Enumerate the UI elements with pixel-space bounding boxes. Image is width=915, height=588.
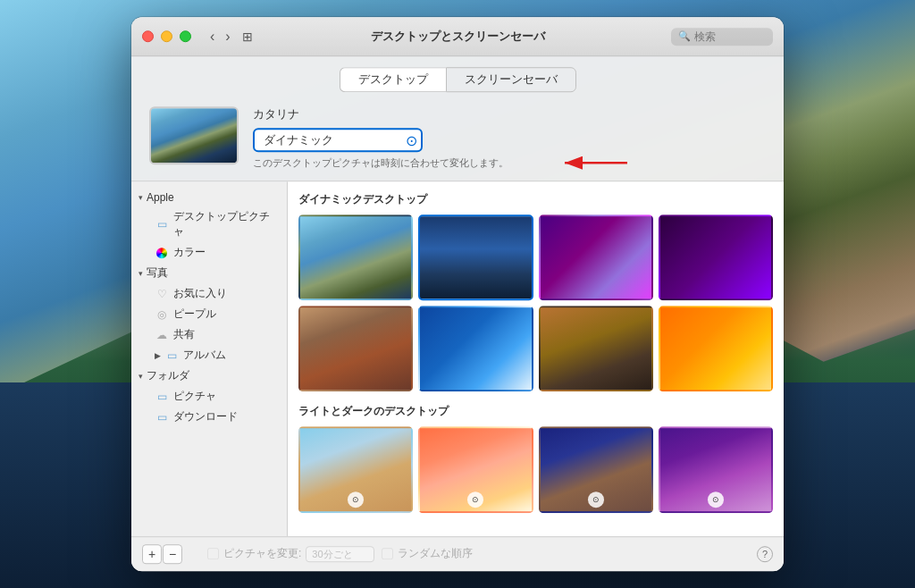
- preferences-window: ‹ › ⊞ デスクトップとスクリーンセーバ 🔍 デスクトップ スクリーンセーバ …: [131, 17, 784, 571]
- gallery-section-dynamic-title: ダイナミックデスクトップ: [298, 192, 773, 207]
- pictures-folder-icon: ▭: [155, 390, 169, 404]
- thumb-dark-dusk[interactable]: ⊙: [659, 427, 773, 513]
- light-dark-grid: ⊙ ⊙ ⊙ ⊙: [298, 427, 773, 513]
- sidebar-item-people-label: ピープル: [173, 307, 216, 322]
- tab-desktop[interactable]: デスクトップ: [340, 67, 446, 92]
- add-button[interactable]: +: [142, 544, 162, 564]
- folder-icon: ▭: [155, 217, 169, 231]
- close-button[interactable]: [142, 30, 154, 42]
- gallery-section-lightdark-title: ライトとダークのデスクトップ: [298, 405, 773, 420]
- thumb-light-beach[interactable]: ⊙: [298, 427, 413, 513]
- thumb-indicator-3: ⊙: [588, 491, 604, 508]
- traffic-lights: [142, 30, 191, 42]
- minimize-button[interactable]: [161, 30, 172, 42]
- heart-icon: ♡: [155, 287, 169, 301]
- sidebar-item-albums[interactable]: ▶ ▭ アルバム: [135, 345, 283, 365]
- sidebar-item-color-label: カラー: [173, 245, 206, 260]
- bottom-bar: + − ピクチャを変更: 30分ごと 1時間ごと 毎日 ランダムな順序: [131, 536, 784, 571]
- change-picture-option: ピクチャを変更: 30分ごと 1時間ごと 毎日: [207, 546, 374, 562]
- sidebar-item-downloads-label: ダウンロード: [173, 409, 238, 424]
- preview-area: カタリナ ダイナミック ライト（静止画） ダーク（静止画） ⊙ このデスクトップ…: [131, 99, 784, 181]
- color-wheel-icon: [155, 246, 169, 260]
- back-button[interactable]: ‹: [206, 27, 219, 46]
- thumb-dark-beach[interactable]: ⊙: [539, 427, 653, 513]
- search-input[interactable]: [694, 30, 766, 43]
- help-button[interactable]: ?: [757, 546, 773, 562]
- thumb-gradient-orange[interactable]: [659, 306, 773, 391]
- add-remove-buttons: + −: [142, 544, 182, 564]
- sidebar-section-folders-label: フォルダ: [147, 368, 189, 383]
- sidebar-section-photos-label: 写真: [147, 265, 168, 281]
- sidebar-item-favorites[interactable]: ♡ お気に入り: [135, 283, 283, 304]
- tabs-container: デスクトップ スクリーンセーバ: [131, 56, 784, 99]
- interval-select[interactable]: 30分ごと 1時間ごと 毎日: [306, 546, 374, 562]
- sidebar-item-shared[interactable]: ☁ 共有: [135, 324, 283, 345]
- cloud-icon: ☁: [155, 328, 169, 342]
- thumb-desert2[interactable]: [539, 306, 653, 391]
- sidebar-section-folders[interactable]: ▾ フォルダ: [131, 365, 287, 386]
- sidebar-item-albums-label: アルバム: [183, 348, 226, 363]
- sidebar-item-favorites-label: お気に入り: [173, 286, 227, 301]
- preview-title: カタリナ: [253, 106, 766, 122]
- remove-button[interactable]: −: [163, 544, 182, 564]
- change-picture-label: ピクチャを変更:: [223, 546, 301, 561]
- dynamic-desktop-grid: [298, 214, 773, 391]
- dynamic-select[interactable]: ダイナミック ライト（静止画） ダーク（静止画）: [253, 128, 423, 152]
- sidebar-item-color[interactable]: カラー: [135, 242, 283, 263]
- chevron-down-icon-photos: ▾: [139, 269, 143, 278]
- chevron-down-icon: ▾: [139, 193, 143, 202]
- tab-screensaver[interactable]: スクリーンセーバ: [446, 67, 576, 92]
- sidebar-item-desktop-pictures-label: デスクトップピクチャ: [173, 209, 276, 239]
- preview-thumbnail: [149, 106, 239, 164]
- preview-info: カタリナ ダイナミック ライト（静止画） ダーク（静止画） ⊙ このデスクトップ…: [253, 106, 766, 170]
- change-picture-checkbox[interactable]: [207, 548, 219, 559]
- thumb-light-dusk[interactable]: ⊙: [418, 427, 533, 513]
- sidebar-item-pictures[interactable]: ▭ ピクチャ: [135, 386, 283, 407]
- grid-icon: ⊞: [242, 29, 253, 44]
- random-order-label: ランダムな順序: [398, 546, 473, 561]
- thumb-indicator-4: ⊙: [708, 491, 724, 508]
- sidebar: ▾ Apple ▭ デスクトップピクチャ カラー ▾ 写真 ♡: [131, 181, 288, 536]
- sidebar-item-shared-label: 共有: [173, 327, 195, 342]
- search-icon: 🔍: [678, 30, 691, 42]
- thumb-purple1[interactable]: [539, 214, 653, 300]
- thumb-purple2[interactable]: [659, 214, 773, 300]
- thumb-indicator-2: ⊙: [467, 491, 483, 508]
- forward-button[interactable]: ›: [221, 27, 234, 46]
- sidebar-section-photos[interactable]: ▾ 写真: [131, 263, 287, 283]
- sidebar-section-apple[interactable]: ▾ Apple: [131, 189, 287, 206]
- chevron-right-icon: ▶: [155, 351, 161, 360]
- bottom-options: ピクチャを変更: 30分ごと 1時間ごと 毎日 ランダムな順序: [207, 546, 473, 562]
- downloads-folder-icon: ▭: [155, 410, 169, 424]
- maximize-button[interactable]: [180, 30, 191, 42]
- thumb-catalina-blue-selected[interactable]: [418, 214, 533, 300]
- sidebar-section-apple-label: Apple: [147, 191, 174, 204]
- people-icon: ◎: [155, 307, 169, 322]
- albums-folder-icon: ▭: [164, 349, 179, 363]
- gallery: ダイナミックデスクトップ ライトとダークのデスクトップ ⊙: [288, 181, 784, 536]
- thumb-indicator-1: ⊙: [348, 491, 364, 508]
- chevron-down-icon-folders: ▾: [139, 372, 143, 381]
- random-order-option: ランダムな順序: [382, 546, 473, 561]
- sidebar-item-people[interactable]: ◎ ピープル: [135, 304, 283, 324]
- thumb-desert1[interactable]: [298, 306, 413, 391]
- search-bar[interactable]: 🔍: [671, 28, 773, 46]
- thumb-abstract-blue[interactable]: [418, 306, 533, 391]
- nav-buttons: ‹ ›: [206, 27, 235, 46]
- random-order-checkbox[interactable]: [382, 548, 393, 559]
- sidebar-item-desktop-pictures[interactable]: ▭ デスクトップピクチャ: [135, 206, 283, 242]
- sidebar-item-pictures-label: ピクチャ: [173, 389, 216, 404]
- preview-description: このデスクトップピクチャは時刻に合わせて変化します。: [253, 156, 766, 170]
- window-title: デスクトップとスクリーンセーバ: [371, 29, 545, 45]
- select-wrapper: ダイナミック ライト（静止画） ダーク（静止画） ⊙: [253, 128, 423, 152]
- thumb-catalina-day[interactable]: [298, 214, 413, 300]
- bottom-section: ▾ Apple ▭ デスクトップピクチャ カラー ▾ 写真 ♡: [131, 181, 784, 536]
- title-bar: ‹ › ⊞ デスクトップとスクリーンセーバ 🔍: [131, 17, 784, 56]
- sidebar-item-downloads[interactable]: ▭ ダウンロード: [135, 407, 283, 427]
